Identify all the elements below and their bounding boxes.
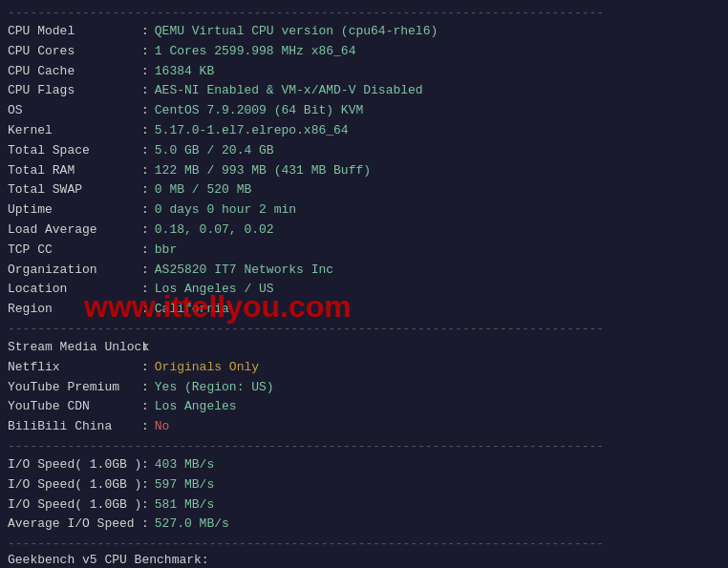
value-os: CentOS 7.9.2009 (64 Bit) KVM (155, 101, 363, 121)
geekbench-section: Geekbench v5 CPU Benchmark: Single Core … (8, 553, 720, 568)
label-io-avg: Average I/O Speed (8, 515, 141, 535)
row-io-2: I/O Speed( 1.0GB ) : 597 MB/s (8, 475, 720, 495)
label-youtube-cdn: YouTube CDN (8, 397, 141, 417)
label-kernel: Kernel (8, 121, 141, 141)
row-io-1: I/O Speed( 1.0GB ) : 403 MB/s (8, 455, 720, 475)
label-cpu-cache: CPU Cache (8, 62, 141, 82)
label-uptime: Uptime (8, 200, 141, 221)
value-organization: AS25820 IT7 Networks Inc (155, 261, 333, 281)
divider-stream: ----------------------------------------… (8, 322, 720, 336)
value-tcp-cc: bbr (155, 241, 177, 261)
terminal-container: ----------------------------------------… (8, 6, 720, 568)
label-io-2: I/O Speed( 1.0GB ) (8, 475, 141, 495)
value-load-average: 0.18, 0.07, 0.02 (155, 221, 274, 241)
value-total-space: 5.0 GB / 20.4 GB (155, 141, 274, 161)
row-uptime: Uptime : 0 days 0 hour 2 min (8, 200, 720, 221)
value-kernel: 5.17.0-1.el7.elrepo.x86_64 (155, 121, 349, 141)
row-io-avg: Average I/O Speed : 527.0 MB/s (8, 515, 720, 535)
label-os: OS (8, 101, 141, 121)
value-bilibili: No (155, 417, 170, 437)
value-youtube-premium: Yes (Region: US) (155, 378, 274, 398)
row-organization: Organization : AS25820 IT7 Networks Inc (8, 261, 720, 281)
value-netflix: Originals Only (155, 358, 259, 378)
label-total-swap: Total SWAP (8, 180, 141, 200)
value-cpu-cores: 1 Cores 2599.998 MHz x86_64 (155, 42, 356, 62)
label-cpu-model: CPU Model (8, 22, 141, 42)
system-info-section: CPU Model : QEMU Virtual CPU version (cp… (8, 22, 720, 320)
stream-media-section: Stream Media Unlock : Netflix : Original… (8, 338, 720, 437)
label-total-space: Total Space (8, 141, 141, 161)
label-io-1: I/O Speed( 1.0GB ) (8, 455, 141, 475)
value-io-3: 581 MB/s (155, 495, 214, 515)
value-io-1: 403 MB/s (155, 455, 214, 475)
divider-io: ----------------------------------------… (8, 439, 720, 453)
row-cpu-model: CPU Model : QEMU Virtual CPU version (cp… (8, 22, 720, 42)
row-total-space: Total Space : 5.0 GB / 20.4 GB (8, 141, 720, 161)
row-cpu-cores: CPU Cores : 1 Cores 2599.998 MHz x86_64 (8, 42, 720, 62)
value-io-2: 597 MB/s (155, 475, 214, 495)
label-bilibili: BiliBili China (8, 417, 141, 437)
divider-top: ----------------------------------------… (8, 6, 720, 20)
divider-geekbench: ----------------------------------------… (8, 536, 720, 551)
label-organization: Organization (8, 261, 141, 281)
label-cpu-cores: CPU Cores (8, 42, 141, 62)
value-location: Los Angeles / US (155, 280, 274, 300)
row-total-swap: Total SWAP : 0 MB / 520 MB (8, 180, 720, 200)
row-youtube-cdn: YouTube CDN : Los Angeles (8, 397, 720, 417)
label-cpu-flags: CPU Flags (8, 81, 141, 101)
row-region: Region : California www.ittellyou.com (8, 300, 720, 320)
label-stream-media: Stream Media Unlock (8, 338, 141, 358)
value-region: California (155, 300, 229, 320)
label-region: Region (8, 300, 141, 320)
label-youtube-premium: YouTube Premium (8, 378, 141, 398)
row-os: OS : CentOS 7.9.2009 (64 Bit) KVM (8, 101, 720, 121)
stream-media-header: Stream Media Unlock : (8, 338, 720, 358)
value-uptime: 0 days 0 hour 2 min (155, 200, 296, 221)
label-io-3: I/O Speed( 1.0GB ) (8, 495, 141, 515)
value-cpu-flags: AES-NI Enabled & VM-x/AMD-V Disabled (155, 81, 423, 101)
row-netflix: Netflix : Originals Only (8, 358, 720, 378)
row-youtube-premium: YouTube Premium : Yes (Region: US) (8, 378, 720, 398)
value-cpu-model: QEMU Virtual CPU version (cpu64-rhel6) (155, 22, 438, 42)
geekbench-header: Geekbench v5 CPU Benchmark: (8, 553, 720, 567)
value-youtube-cdn: Los Angeles (155, 397, 237, 417)
label-tcp-cc: TCP CC (8, 241, 141, 261)
row-cpu-flags: CPU Flags : AES-NI Enabled & VM-x/AMD-V … (8, 81, 720, 101)
label-location: Location (8, 280, 141, 300)
value-cpu-cache: 16384 KB (155, 62, 214, 82)
row-tcp-cc: TCP CC : bbr (8, 241, 720, 261)
label-total-ram: Total RAM (8, 161, 141, 181)
row-kernel: Kernel : 5.17.0-1.el7.elrepo.x86_64 (8, 121, 720, 141)
row-bilibili: BiliBili China : No (8, 417, 720, 437)
row-total-ram: Total RAM : 122 MB / 993 MB (431 MB Buff… (8, 161, 720, 181)
row-load-average: Load Average : 0.18, 0.07, 0.02 (8, 221, 720, 241)
row-location: Location : Los Angeles / US (8, 280, 720, 300)
value-total-swap: 0 MB / 520 MB (155, 180, 251, 200)
value-total-ram: 122 MB / 993 MB (431 MB Buff) (155, 161, 371, 181)
row-io-3: I/O Speed( 1.0GB ) : 581 MB/s (8, 495, 720, 515)
io-speed-section: I/O Speed( 1.0GB ) : 403 MB/s I/O Speed(… (8, 455, 720, 535)
value-io-avg: 527.0 MB/s (155, 515, 229, 535)
label-netflix: Netflix (8, 358, 141, 378)
label-load-average: Load Average (8, 221, 141, 241)
row-cpu-cache: CPU Cache : 16384 KB (8, 62, 720, 82)
